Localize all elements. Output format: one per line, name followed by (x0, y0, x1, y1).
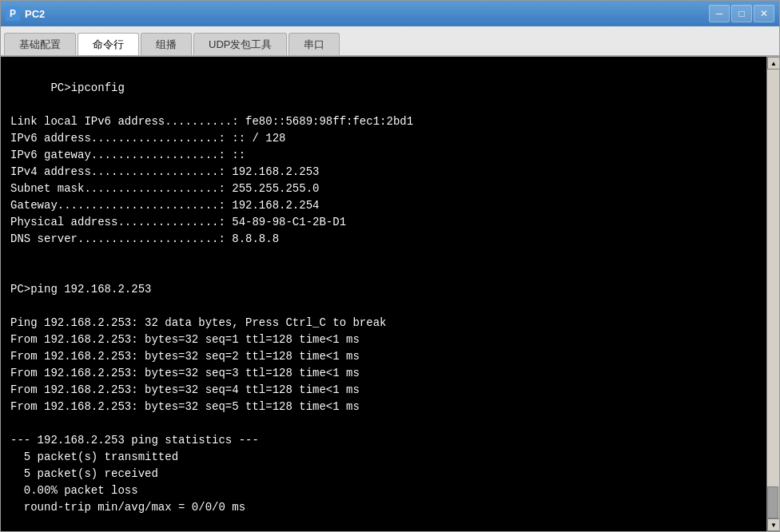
tab-command-line[interactable]: 命令行 (78, 33, 139, 55)
scroll-down-button[interactable]: ▼ (767, 518, 779, 531)
scroll-up-button[interactable]: ▲ (767, 57, 779, 69)
tab-multicast[interactable]: 组播 (141, 33, 192, 55)
tab-bar: 基础配置 命令行 组播 UDP发包工具 串口 (1, 26, 779, 57)
tab-serial[interactable]: 串口 (289, 33, 340, 55)
tab-basic-config[interactable]: 基础配置 (4, 33, 76, 55)
minimize-button[interactable]: ─ (709, 5, 730, 22)
maximize-button[interactable]: □ (731, 5, 752, 22)
terminal-output[interactable]: PC>ipconfig Link local IPv6 address.....… (1, 57, 766, 531)
title-controls: ─ □ ✕ (709, 5, 774, 22)
window-title: PC2 (25, 8, 45, 20)
terminal-text: PC>ipconfig Link local IPv6 address.....… (10, 81, 413, 514)
tab-udp-tool[interactable]: UDP发包工具 (193, 33, 287, 55)
title-bar: P PC2 ─ □ ✕ (1, 1, 779, 26)
title-bar-left: P PC2 (6, 6, 45, 21)
scroll-thumb[interactable] (767, 486, 778, 518)
close-button[interactable]: ✕ (754, 5, 774, 22)
content-area: PC>ipconfig Link local IPv6 address.....… (1, 57, 779, 531)
scrollbar-vertical[interactable]: ▲ ▼ (766, 57, 779, 531)
main-window: P PC2 ─ □ ✕ 基础配置 命令行 组播 UDP发包工具 串口 PC>ip… (0, 0, 780, 532)
scroll-track (767, 69, 779, 518)
window-icon: P (6, 6, 20, 21)
